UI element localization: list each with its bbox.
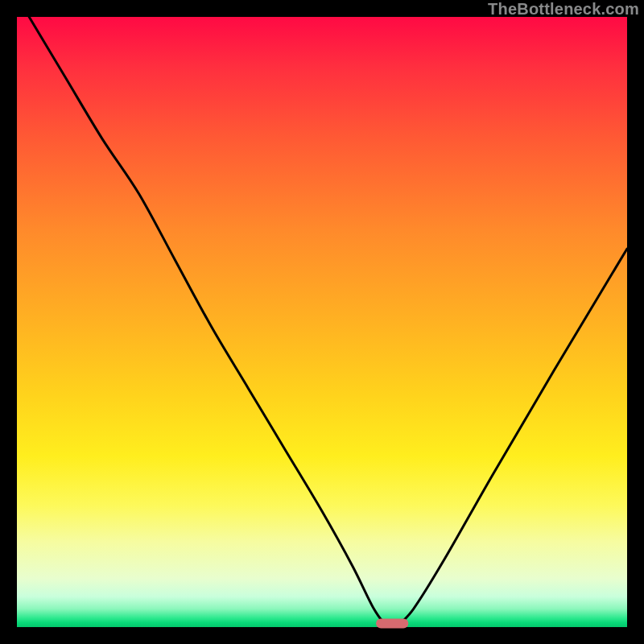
optimal-pill-marker <box>376 618 408 628</box>
watermark-text: TheBottleneck.com <box>488 0 639 19</box>
plot-area <box>17 17 627 627</box>
chart-svg <box>17 17 627 627</box>
chart-frame: TheBottleneck.com <box>0 0 644 644</box>
bottleneck-curve <box>29 17 627 625</box>
